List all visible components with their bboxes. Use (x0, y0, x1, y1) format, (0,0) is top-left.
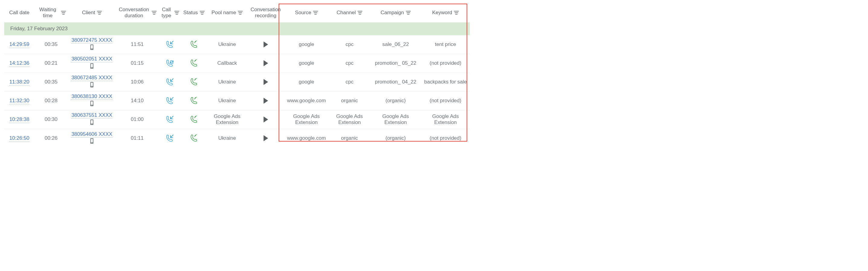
col-header-label: Call date (9, 10, 29, 16)
table-row: 11:32:3000:28380638130 XXXX14:10Ukrainew… (4, 91, 470, 110)
filter-icon[interactable] (152, 10, 157, 15)
channel-value: cpc (331, 60, 368, 66)
mobile-icon (90, 138, 94, 144)
cell-call-date: 14:12:36 (4, 54, 34, 72)
filter-icon[interactable] (406, 10, 411, 15)
cell-pool: Callback (207, 54, 248, 72)
client-number-link[interactable]: 380637551 XXXX (71, 112, 112, 119)
client-number-link[interactable]: 380502051 XXXX (71, 56, 112, 62)
pool-value: Callback (209, 60, 246, 66)
date-group-label: Friday, 17 February 2023 (4, 22, 470, 35)
campaign-value: promotion_ 04_22 (373, 79, 418, 85)
col-header-label: Client (82, 10, 95, 16)
keyword-value: (not provided) (423, 135, 468, 141)
col-header-waiting[interactable]: Waiting time (34, 3, 68, 22)
cell-keyword: tent price (421, 35, 470, 54)
client-number-link[interactable]: 380972475 XXXX (71, 37, 112, 43)
call-time-link[interactable]: 11:38:20 (9, 79, 29, 86)
client-number-link[interactable]: 380672485 XXXX (71, 75, 112, 81)
cell-pool: Ukraine (207, 129, 248, 148)
client-number-link[interactable]: 380954606 XXXX (71, 131, 112, 138)
cell-status (181, 110, 207, 129)
keyword-value: (not provided) (423, 60, 468, 66)
filter-icon[interactable] (313, 10, 318, 15)
cell-campaign: sale_06_22 (370, 35, 421, 54)
cell-client: 380637551 XXXX (68, 110, 116, 129)
play-icon[interactable] (249, 97, 282, 104)
col-header-call_type[interactable]: Call type (158, 3, 181, 22)
play-icon[interactable] (249, 41, 282, 48)
cell-duration: 01:15 (116, 54, 158, 72)
cell-pool: Ukraine (207, 72, 248, 91)
col-header-label: Status (183, 10, 198, 16)
callback-call-icon (160, 59, 179, 67)
cell-recording (248, 35, 284, 54)
cell-campaign: (organic) (370, 91, 421, 110)
cell-source: www.google.com (284, 129, 329, 148)
cell-recording (248, 110, 284, 129)
filter-icon[interactable] (61, 10, 66, 15)
waiting-value: 00:35 (45, 79, 58, 85)
col-header-campaign[interactable]: Campaign (370, 3, 421, 22)
filter-icon[interactable] (454, 10, 459, 15)
mobile-icon (90, 82, 94, 87)
header-row: Call dateWaiting timeClientConversation … (4, 3, 470, 22)
cell-recording (248, 91, 284, 110)
col-header-pool[interactable]: Pool name (207, 3, 248, 22)
duration-value: 10:06 (131, 79, 144, 85)
call-time-link[interactable]: 10:26:50 (9, 135, 29, 142)
table-row: 14:12:3600:21380502051 XXXX01:15Callback… (4, 54, 470, 72)
cell-channel: cpc (329, 54, 370, 72)
filter-icon[interactable] (200, 10, 205, 15)
waiting-value: 00:26 (45, 135, 58, 141)
col-header-label: Conversation duration (118, 7, 150, 19)
cell-campaign: (organic) (370, 129, 421, 148)
col-header-duration[interactable]: Conversation duration (116, 3, 158, 22)
client-number-link[interactable]: 380638130 XXXX (71, 93, 112, 100)
col-header-label: Conversation recording (249, 7, 282, 19)
call-time-link[interactable]: 11:32:30 (9, 98, 29, 104)
answered-call-icon (183, 116, 205, 123)
duration-value: 01:00 (131, 116, 144, 122)
cell-channel: cpc (329, 72, 370, 91)
play-icon[interactable] (249, 79, 282, 85)
col-header-recording: Conversation recording (248, 3, 284, 22)
cell-call-type (158, 110, 181, 129)
campaign-value: sale_06_22 (373, 41, 418, 48)
inbound-call-icon (160, 134, 179, 142)
filter-icon[interactable] (175, 10, 179, 15)
play-icon[interactable] (249, 116, 282, 123)
call-time-link[interactable]: 14:29:59 (9, 41, 29, 48)
cell-status (181, 91, 207, 110)
call-time-link[interactable]: 14:12:36 (9, 60, 29, 67)
mobile-icon (90, 63, 94, 69)
pool-value: Google Ads Extension (209, 113, 246, 125)
source-value: www.google.com (286, 135, 327, 141)
cell-waiting: 00:35 (34, 72, 68, 91)
col-header-call_date: Call date (4, 3, 34, 22)
filter-icon[interactable] (238, 10, 243, 15)
col-header-client[interactable]: Client (68, 3, 116, 22)
col-header-source[interactable]: Source (284, 3, 329, 22)
col-header-label: Keyword (432, 10, 452, 16)
cell-keyword: (not provided) (421, 91, 470, 110)
pool-value: Ukraine (209, 79, 246, 85)
table-row: 14:29:5900:35380972475 XXXX11:51Ukraineg… (4, 35, 470, 54)
col-header-channel[interactable]: Channel (329, 3, 370, 22)
call-time-link[interactable]: 10:28:38 (9, 116, 29, 123)
play-icon[interactable] (249, 60, 282, 66)
answered-call-icon (183, 134, 205, 142)
col-header-keyword[interactable]: Keyword (421, 3, 470, 22)
table-row: 11:38:2000:35380672485 XXXX10:06Ukraineg… (4, 72, 470, 91)
waiting-value: 00:35 (45, 41, 58, 47)
cell-call-date: 10:26:50 (4, 129, 34, 148)
cell-pool: Google Ads Extension (207, 110, 248, 129)
mobile-icon (90, 119, 94, 125)
channel-value: organic (331, 98, 368, 104)
play-icon[interactable] (249, 135, 282, 142)
col-header-status[interactable]: Status (181, 3, 207, 22)
filter-icon[interactable] (358, 10, 362, 15)
waiting-value: 00:28 (45, 98, 58, 103)
cell-channel: organic (329, 129, 370, 148)
filter-icon[interactable] (97, 10, 102, 15)
